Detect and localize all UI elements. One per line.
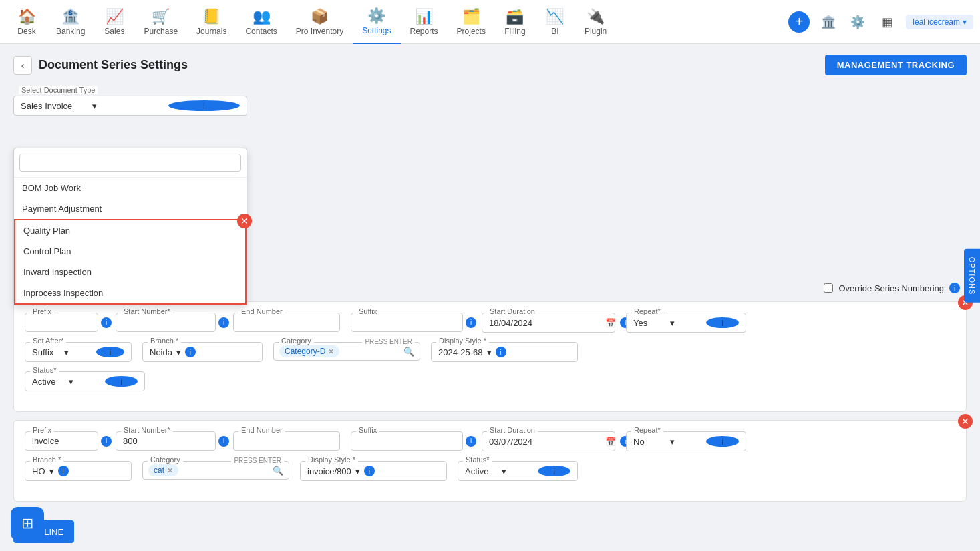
repeat-chevron-1: ▾: [670, 318, 703, 328]
dropdown-item-payment[interactable]: Payment Adjustment: [14, 198, 247, 219]
close-dropdown-highlight-btn[interactable]: ✕: [237, 214, 252, 228]
nav-sales[interactable]: 📈 Sales: [94, 0, 134, 44]
branch-info-2[interactable]: i: [58, 466, 69, 476]
prefix-info-icon-1[interactable]: i: [101, 317, 112, 328]
doc-type-dropdown: BOM Job Work Payment Adjustment ✕ Qualit…: [13, 148, 247, 305]
add-button[interactable]: +: [788, 11, 810, 33]
banking-icon: 🏦: [61, 8, 79, 25]
status-wrap-1[interactable]: Active ▾ i: [25, 371, 145, 391]
management-tracking-button[interactable]: MANAGEMENT TRACKING: [825, 55, 967, 75]
options-sidebar[interactable]: OPTIONS: [964, 248, 980, 303]
nav-filling[interactable]: 🗃️ Filling: [495, 0, 535, 44]
set-after-chevron: ▾: [64, 347, 92, 357]
category-remove-1[interactable]: ✕: [328, 347, 334, 356]
suffix-input-2[interactable]: [351, 431, 463, 451]
calendar-icon-2[interactable]: 📅: [605, 437, 616, 447]
nav-desk[interactable]: 🏠 Desk: [7, 0, 47, 44]
dropdown-item-inward[interactable]: Inward Inspection: [15, 262, 245, 283]
prefix-info-2[interactable]: i: [101, 436, 112, 447]
back-button[interactable]: ‹: [13, 56, 32, 75]
nav-settings[interactable]: ⚙️ Settings: [353, 0, 400, 44]
start-number-wrap-2: i: [116, 431, 222, 451]
suffix-input-1[interactable]: [351, 313, 463, 332]
nav-settings-label: Settings: [362, 26, 391, 35]
repeat-info-1[interactable]: i: [706, 317, 739, 328]
branch-info-1[interactable]: i: [185, 347, 196, 357]
user-badge[interactable]: leal icecream ▾: [906, 15, 973, 29]
dropdown-item-inprocess[interactable]: Inprocess Inspection: [15, 283, 245, 303]
start-number-info-2[interactable]: i: [218, 436, 229, 447]
end-number-input-2[interactable]: [233, 431, 340, 451]
dropdown-item-label: Inprocess Inspection: [23, 288, 103, 298]
repeat-wrap-2[interactable]: No ▾ i: [626, 431, 746, 451]
display-style-chevron-1: ▾: [487, 347, 492, 357]
set-after-wrap-1[interactable]: Suffix ▾ i: [25, 342, 132, 362]
category-remove-2[interactable]: ✕: [167, 466, 173, 475]
form2-row-1: Prefix i Start Number* i End Num: [25, 431, 955, 451]
dropdown-item-bom[interactable]: BOM Job Work: [14, 178, 247, 198]
nav-contacts[interactable]: 👥 Contacts: [236, 0, 286, 44]
status-label-2: Status*: [463, 455, 492, 464]
suffix-info-2[interactable]: i: [466, 436, 476, 447]
nav-pro-inventory-label: Pro Inventory: [296, 27, 343, 36]
end-number-input-1[interactable]: [233, 313, 340, 332]
start-number-input-1[interactable]: [116, 313, 216, 332]
repeat-info-2[interactable]: i: [706, 436, 739, 447]
form-card-2: ✕ Prefix i Start Number* i: [13, 420, 967, 502]
nav-purchase[interactable]: 🛒 Purchase: [134, 0, 187, 44]
start-duration-field-1: Start Duration 📅 i: [482, 313, 615, 333]
bank-icon-btn[interactable]: 🏛️: [818, 11, 839, 33]
branch-value-1: Noida: [150, 347, 172, 357]
status-info-1[interactable]: i: [105, 376, 138, 387]
override-checkbox[interactable]: [824, 283, 833, 293]
reports-icon: 📊: [415, 8, 433, 25]
prefix-input-1[interactable]: [25, 313, 98, 332]
category-search-icon-2[interactable]: 🔍: [273, 466, 283, 476]
prefix-label-1: Prefix: [30, 307, 54, 315]
prefix-input-wrap-1: i: [25, 313, 105, 332]
nav-bi[interactable]: 📉 BI: [535, 0, 575, 44]
info-icon[interactable]: i: [168, 100, 240, 111]
repeat-wrap-1[interactable]: Yes ▾ i: [626, 313, 746, 333]
end-number-field-2: End Number: [233, 431, 340, 451]
prefix-input-2[interactable]: [25, 431, 98, 451]
start-duration-input-1[interactable]: [489, 318, 601, 328]
set-after-value-1: Suffix: [32, 347, 60, 357]
start-duration-input-2[interactable]: [489, 437, 601, 447]
nav-items: 🏠 Desk 🏦 Banking 📈 Sales 🛒 Purchase 📒 Jo…: [7, 0, 788, 44]
nav-plugin[interactable]: 🔌 Plugin: [575, 0, 616, 44]
display-style-wrap-1[interactable]: 2024-25-68 ▾ i: [431, 342, 578, 362]
calendar-icon-1[interactable]: 📅: [605, 318, 616, 328]
display-style-info-2[interactable]: i: [364, 466, 375, 476]
dropdown-item-quality[interactable]: Quality Plan: [15, 220, 245, 241]
suffix-info-1[interactable]: i: [466, 317, 476, 328]
grid-icon-button[interactable]: ⊞: [11, 507, 44, 540]
suffix-field-2: Suffix i: [351, 431, 471, 451]
category-search-icon-1[interactable]: 🔍: [403, 347, 414, 357]
nav-journals[interactable]: 📒 Journals: [187, 0, 236, 44]
nav-banking[interactable]: 🏦 Banking: [47, 0, 94, 44]
doc-type-section: Select Document Type Sales Invoice ▾ i: [13, 86, 967, 116]
status-wrap-2[interactable]: Active ▾ i: [458, 461, 578, 481]
doc-type-select[interactable]: Sales Invoice ▾ i: [13, 96, 247, 116]
start-number-info-1[interactable]: i: [218, 317, 229, 328]
press-enter-label-2: PRESS ENTER: [231, 457, 284, 464]
nav-reports[interactable]: 📊 Reports: [401, 0, 448, 44]
display-style-wrap-2[interactable]: invoice/800 ▾ i: [300, 461, 447, 481]
status-info-2[interactable]: i: [538, 466, 570, 476]
remove-form2-btn[interactable]: ✕: [958, 414, 973, 429]
form2-row-2: Branch * HO ▾ i Category PRESS ENTER cat…: [25, 461, 955, 481]
dropdown-item-control[interactable]: Control Plan: [15, 241, 245, 262]
repeat-field-2: Repeat* No ▾ i: [626, 431, 746, 451]
set-after-info[interactable]: i: [96, 347, 124, 357]
nav-projects[interactable]: 🗂️ Projects: [448, 0, 495, 44]
override-info-icon[interactable]: i: [949, 283, 960, 293]
display-style-info-1[interactable]: i: [496, 347, 506, 357]
grid-toggle-btn[interactable]: ▦: [876, 11, 898, 33]
contacts-icon: 👥: [253, 8, 271, 25]
gear-icon-btn[interactable]: ⚙️: [847, 11, 868, 33]
start-number-input-2[interactable]: [116, 431, 216, 451]
dropdown-search-input[interactable]: [19, 154, 241, 172]
nav-pro-inventory[interactable]: 📦 Pro Inventory: [287, 0, 353, 44]
branch-wrap-2: HO ▾ i: [25, 461, 132, 481]
